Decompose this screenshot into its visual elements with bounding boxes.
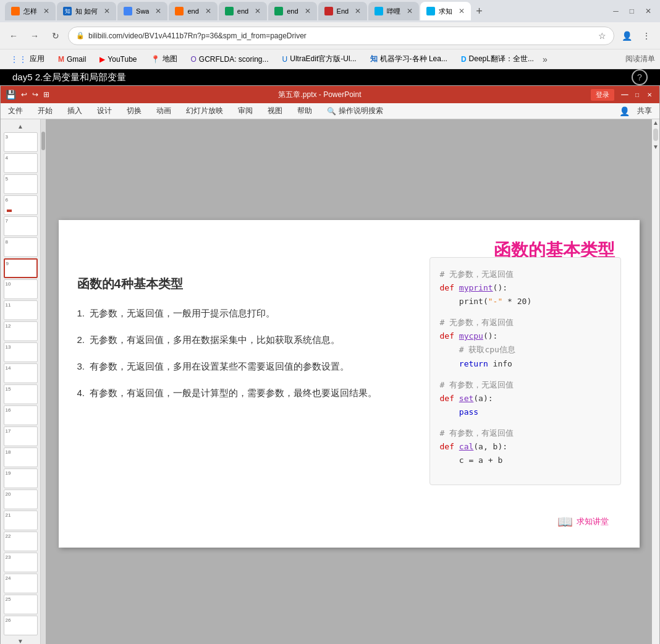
new-tab-button[interactable]: + [472,5,486,18]
tab-1[interactable]: 怎样 ✕ [5,2,56,20]
reload-button[interactable]: ↻ [47,27,64,44]
forward-button[interactable]: → [26,27,43,44]
menu-start[interactable]: 开始 [35,104,55,117]
slide-thumb-26[interactable]: 26 [4,616,38,635]
maximize-button[interactable]: □ [626,6,638,17]
url-bar[interactable]: 🔒 bilibili.com/video/BV1vA411b7Rn?p=36&s… [68,27,614,45]
code-section-3: # 有参数，无返回值 def set(a): pass [440,378,611,419]
scroll-down-button[interactable]: ▼ [653,143,659,150]
bookmark-star-icon[interactable]: ☆ [598,31,606,41]
tab-7-close[interactable]: ✕ [355,7,361,15]
gcrflda-icon: O [191,55,197,64]
ppt-user-icon[interactable]: 👤 [619,106,630,116]
tab-3[interactable]: Swa ✕ [117,2,167,20]
slide-scroll-thumb[interactable] [41,132,45,150]
menu-design[interactable]: 设计 [95,104,114,117]
main-scrollbar[interactable]: ▲ ▼ [652,119,659,644]
scroll-up-button[interactable]: ▲ [653,119,659,126]
ppt-window-controls: ─ □ ✕ [620,90,654,100]
menu-review[interactable]: 审阅 [235,104,255,117]
slide-thumb-5[interactable]: 5 [4,174,38,194]
bookmark-deepl[interactable]: D DeepL翻译：全世... [456,53,539,66]
tab-9-close[interactable]: ✕ [459,7,465,15]
ppt-minimize-button[interactable]: ─ [620,90,630,100]
tab-2-close[interactable]: ✕ [104,7,110,15]
extensions-button[interactable]: ⋮ [638,27,655,44]
bookmark-gcrflda[interactable]: O GCRFLDA: scoring... [186,54,274,65]
bookmark-ultraedit[interactable]: U UltraEdit官方版-Ul... [277,53,362,66]
slide-thumb-19[interactable]: 19 [4,468,38,488]
slide-left-content: 函数的4种基本类型 1. 无参数，无返回值，一般用于提示信息打印。 2. 无参数… [77,276,399,411]
tab-5[interactable]: end ✕ [219,2,267,20]
slide-thumb-13[interactable]: 13 [4,342,38,362]
slide-thumb-11[interactable]: 11 [4,300,38,320]
slide-thumb-7[interactable]: 7 [4,216,38,236]
tab-6-close[interactable]: ✕ [305,7,311,15]
tab-4[interactable]: end ✕ [169,2,217,20]
slide-thumb-6[interactable]: 6 [4,195,38,215]
bookmark-maps[interactable]: 📍 地图 [146,53,182,66]
menu-view[interactable]: 视图 [265,104,285,117]
slide-panel-scroll-up[interactable]: ▲ [16,122,25,131]
tab-4-close[interactable]: ✕ [205,7,211,15]
ppt-login-button[interactable]: 登录 [590,88,615,101]
slide-thumb-17[interactable]: 17 [4,426,38,446]
bookmark-youtube[interactable]: ▶ YouTube [95,54,142,65]
slide-thumb-23[interactable]: 23 [4,553,38,572]
slide-thumb-14[interactable]: 14 [4,363,38,383]
scroll-thumb[interactable] [653,129,658,141]
reading-mode-button[interactable]: 阅读清单 [625,54,655,64]
tab-8[interactable]: 哔哩 ✕ [368,2,419,20]
ppt-undo-icon[interactable]: ↩ [21,90,27,99]
bookmark-ml[interactable]: 知 机器学习-各种 Lea... [365,53,452,66]
slide-thumb-22[interactable]: 22 [4,532,38,551]
slide-thumb-16[interactable]: 16 [4,405,38,425]
minimize-button[interactable]: ─ [609,6,622,17]
menu-help[interactable]: 帮助 [295,104,315,117]
slide-thumb-3[interactable]: 3 [4,132,38,152]
slide-scrollbar[interactable] [41,119,46,644]
tab-5-close[interactable]: ✕ [255,7,261,15]
tab-7[interactable]: End ✕ [318,2,368,20]
slide-thumb-24[interactable]: 24 [4,574,38,593]
menu-search[interactable]: 🔍 操作说明搜索 [324,104,386,117]
tab-9-icon [426,7,435,15]
menu-animation[interactable]: 动画 [154,104,174,117]
tab-1-close[interactable]: ✕ [43,7,49,15]
slide-thumb-4[interactable]: 4 [4,153,38,173]
menu-file[interactable]: 文件 [6,104,25,117]
profile-button[interactable]: 👤 [618,27,635,44]
tab-8-close[interactable]: ✕ [407,7,413,15]
ppt-quickaccess-icon[interactable]: ⊞ [43,90,49,99]
help-button[interactable]: ? [632,69,648,85]
ppt-share-button[interactable]: 共享 [635,104,654,117]
ppt-maximize-button[interactable]: □ [632,90,642,100]
ppt-save-icon[interactable]: 💾 [6,90,16,100]
bookmarks-more-button[interactable]: » [543,54,548,64]
slide-thumb-12[interactable]: 12 [4,321,38,341]
slide-thumb-10[interactable]: 10 [4,279,38,299]
slide-thumb-21[interactable]: 21 [4,511,38,530]
menu-slideshow[interactable]: 幻灯片放映 [184,104,226,117]
tab-bar: 怎样 ✕ 知 知 如何 ✕ Swa ✕ end ✕ [0,0,660,22]
tab-6[interactable]: end ✕ [268,2,316,20]
close-browser-button[interactable]: ✕ [641,6,655,17]
code-def-4: def [440,442,459,451]
tab-2[interactable]: 知 知 如何 ✕ [57,2,116,20]
slide-panel-scroll-down[interactable]: ▼ [16,637,25,644]
menu-insert[interactable]: 插入 [65,104,85,117]
tab-3-close[interactable]: ✕ [155,7,161,15]
bookmark-gmail[interactable]: M Gmail [53,54,91,65]
slide-thumb-18[interactable]: 18 [4,447,38,467]
slide-thumb-8[interactable]: 8 [4,237,38,257]
ppt-close-button[interactable]: ✕ [645,90,654,100]
slide-thumb-9[interactable]: 9 [4,258,38,278]
ppt-redo-icon[interactable]: ↪ [32,90,38,99]
tab-9[interactable]: 求知 ✕ [420,2,471,20]
menu-transition[interactable]: 切换 [124,104,144,117]
slide-thumb-20[interactable]: 20 [4,489,38,509]
back-button[interactable]: ← [5,27,22,44]
slide-thumb-15[interactable]: 15 [4,384,38,404]
bookmark-apps[interactable]: ⋮⋮ 应用 [5,53,49,66]
slide-thumb-25[interactable]: 25 [4,595,38,614]
